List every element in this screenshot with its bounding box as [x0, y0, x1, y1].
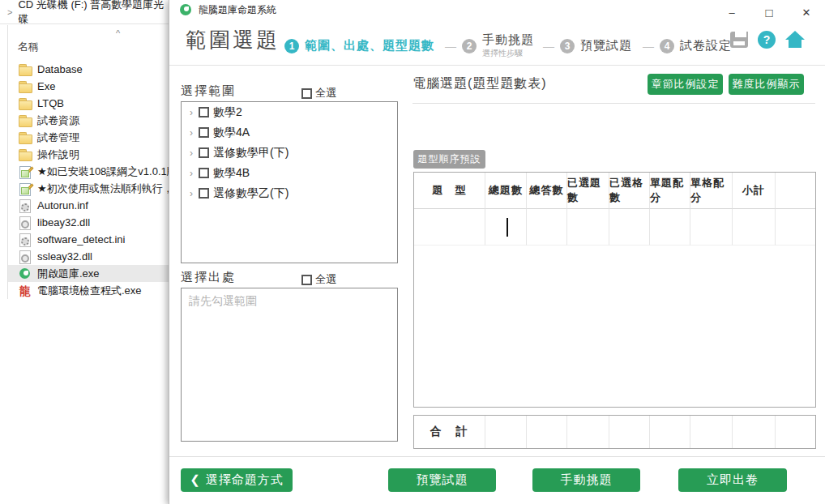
cell-points-per-blank[interactable] [690, 209, 733, 246]
tree-item-label: 選修數學甲(下) [213, 146, 289, 160]
expand-chevron-icon[interactable]: › [186, 168, 197, 179]
total-empty [776, 416, 815, 448]
step-1-label[interactable]: 範圍、出處、題型題數 [305, 38, 434, 53]
col-total-questions: 總題數 [485, 173, 527, 209]
file-row[interactable]: 龍電腦環境檢查程式.exe [8, 282, 169, 299]
file-row[interactable]: 試卷管理 [8, 129, 169, 146]
cell-question-type[interactable] [414, 209, 485, 246]
step-4-label[interactable]: 試卷設定 [680, 38, 732, 53]
file-name: libeay32.dll [37, 216, 90, 229]
total-questions-value [485, 416, 527, 448]
expand-chevron-icon[interactable]: › [186, 147, 197, 159]
tree-item-label: 數學4B [213, 166, 250, 181]
file-list: Database Exe LTQB 試卷資源 試卷管理 操作說明 ★如已安裝10… [7, 61, 169, 299]
computer-selection-title: 電腦選題(題型題數表) [412, 75, 547, 92]
page-title: 範圍選題 [186, 26, 280, 54]
generate-exam-button[interactable]: 立即出卷 [678, 468, 787, 492]
col-points-per-question: 單題配分 [650, 173, 690, 209]
file-explorer: > CD 光碟機 (F:) 普高數學題庫光碟 名稱 ^ Database Exe… [0, 0, 169, 504]
explorer-address[interactable]: CD 光碟機 (F:) 普高數學題庫光碟 [18, 0, 169, 27]
expand-chevron-icon[interactable]: › [186, 188, 197, 199]
file-row[interactable]: libeay32.dll [8, 214, 169, 231]
chapter-ratio-button[interactable]: 章節比例設定 [648, 74, 723, 95]
col-selected-questions: 已選題數 [567, 173, 609, 209]
select-all-label: 全選 [315, 86, 336, 100]
question-order-badge[interactable]: 題型順序預設 [413, 150, 485, 169]
cell-selected-blanks[interactable] [609, 209, 650, 246]
select-all-checkbox[interactable] [301, 88, 312, 99]
step-2-circle: 2 [462, 39, 477, 53]
tree-item-checkbox[interactable] [199, 127, 209, 138]
step-2-title: 手動挑題 [482, 32, 534, 48]
col-empty [776, 173, 815, 209]
source-list[interactable]: 請先勾選範圍 [181, 288, 398, 442]
tree-item-checkbox[interactable] [199, 168, 209, 178]
file-name: 試卷管理 [37, 130, 79, 145]
file-row[interactable]: ★如已安裝108課綱之v1.0.1版題 [8, 163, 169, 180]
difficulty-ratio-button[interactable]: 難度比例顯示 [729, 74, 804, 95]
file-row[interactable]: Exe [8, 78, 169, 95]
tree-item[interactable]: › 數學4A [182, 122, 397, 143]
file-row[interactable]: ★初次使用或無法順利執行，請 [8, 180, 169, 197]
cell-subtotal[interactable] [733, 209, 776, 246]
home-icon[interactable] [785, 31, 805, 49]
file-row[interactable]: Database [8, 61, 169, 78]
file-name: Exe [37, 80, 55, 92]
step-2-label[interactable]: 手動挑題 選擇性步驟 [482, 32, 534, 59]
explorer-address-row[interactable]: > CD 光碟機 (F:) 普高數學題庫光碟 [0, 0, 169, 24]
help-icon[interactable]: ? [758, 31, 776, 49]
select-all-checkbox[interactable] [301, 275, 312, 285]
app-header: 範圍選題 1 範圍、出處、題型題數 — 2 手動挑題 選擇性步驟 — 3 預覽試… [169, 19, 825, 65]
chevron-right-icon[interactable]: > [7, 7, 12, 17]
cell-total-answers[interactable] [527, 209, 567, 246]
file-row[interactable]: software_detect.ini [8, 231, 169, 248]
step-3-label[interactable]: 預覽試題 [580, 38, 632, 53]
folder-icon [19, 114, 32, 127]
cell-total-questions[interactable] [485, 209, 527, 246]
tree-item-checkbox[interactable] [199, 107, 209, 117]
header-divider [169, 65, 825, 66]
total-answers-value [527, 416, 567, 448]
table-header-row: 題 型 總題數 總答數 已選題數 已選格數 單題配分 單格配分 小計 [414, 173, 815, 209]
file-name: 電腦環境檢查程式.exe [37, 284, 142, 298]
tree-item[interactable]: › 數學2 [182, 102, 397, 122]
tree-item[interactable]: › 數學4B [182, 163, 397, 183]
file-name: Database [37, 63, 83, 75]
folder-icon [19, 148, 32, 161]
tree-item[interactable]: › 選修數學甲(下) [182, 143, 397, 163]
table-data-row[interactable] [414, 209, 815, 246]
back-button-label: 選擇命題方式 [206, 472, 284, 486]
file-row-selected[interactable]: 開啟題庫.exe [8, 265, 169, 282]
text-document-icon [19, 182, 32, 195]
manual-pick-button[interactable]: 手動挑題 [532, 468, 640, 492]
expand-chevron-icon[interactable]: › [186, 127, 197, 139]
dragon-executable-icon: 龍 [19, 284, 32, 297]
file-name: ssleay32.dll [37, 250, 92, 263]
preview-questions-button[interactable]: 預覽試題 [388, 468, 496, 492]
sort-ascending-icon[interactable]: ^ [116, 28, 120, 38]
file-row[interactable]: Autorun.inf [8, 197, 169, 214]
dll-file-icon [19, 250, 32, 263]
range-select-all[interactable]: 全選 [301, 86, 336, 100]
file-row[interactable]: ssleay32.dll [8, 248, 169, 265]
total-selected-questions-value [567, 416, 609, 448]
expand-chevron-icon[interactable]: › [186, 107, 197, 118]
file-name: 試卷資源 [37, 113, 79, 128]
cell-selected-questions[interactable] [567, 209, 609, 246]
step-dash: — [445, 40, 456, 53]
back-to-method-button[interactable]: ❮選擇命題方式 [181, 468, 293, 492]
file-row[interactable]: 操作說明 [8, 146, 169, 163]
step-3-circle: 3 [560, 39, 575, 53]
tree-item-checkbox[interactable] [199, 188, 209, 199]
tree-item[interactable]: › 選修數學乙(下) [182, 183, 397, 203]
text-document-icon [19, 165, 32, 178]
config-file-icon [19, 199, 32, 212]
tree-item-label: 數學4A [213, 126, 250, 140]
save-icon[interactable] [730, 32, 748, 48]
source-select-all[interactable]: 全選 [301, 272, 336, 287]
tree-item-checkbox[interactable] [199, 147, 209, 158]
file-row[interactable]: LTQB [8, 95, 169, 112]
name-column-header[interactable]: 名稱 [18, 40, 39, 54]
file-row[interactable]: 試卷資源 [8, 112, 169, 129]
cell-points-per-question[interactable] [650, 209, 690, 246]
